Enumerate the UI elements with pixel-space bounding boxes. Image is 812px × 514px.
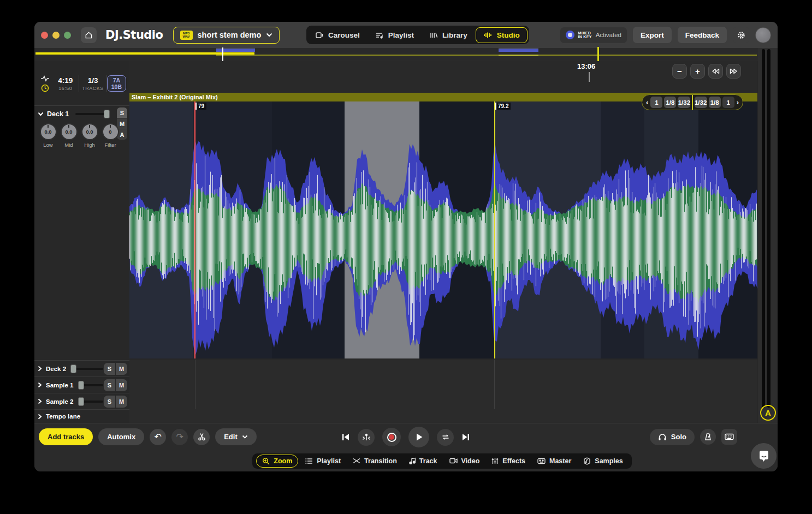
deck2-mute-button[interactable]: M [116, 363, 127, 375]
deck2-volume-handle[interactable] [70, 364, 76, 373]
timeline-overview[interactable] [34, 48, 778, 61]
filter-knob[interactable]: 0 Filter [101, 123, 120, 148]
record-button[interactable] [382, 428, 401, 446]
low-knob[interactable]: 0.0 Low [39, 123, 57, 148]
vertical-scrollbar[interactable] [767, 49, 770, 408]
assistant-badge[interactable]: A [760, 405, 776, 421]
project-dropdown[interactable]: MP3WAV short stem demo [173, 27, 280, 44]
lane-tempo[interactable]: Tempo lane [34, 409, 129, 423]
rewind-button[interactable] [708, 64, 723, 79]
key-badge[interactable]: 7A 10B [107, 75, 126, 92]
tab-zoom[interactable]: Zoom [256, 455, 298, 468]
jump-to-playhead-icon [362, 433, 371, 441]
chevron-right-icon[interactable] [38, 414, 42, 420]
sidebar: 4:19 16:50 1/3 TRACKS 7A 10B Deck 1 [34, 61, 129, 423]
timeline-mix-line-highlight [499, 55, 538, 56]
tab-transition[interactable]: Transition [348, 455, 402, 468]
tab-carousel[interactable]: Carousel [308, 27, 367, 43]
automix-button[interactable]: Automix [98, 428, 144, 445]
gear-icon [737, 31, 746, 40]
zoom-ratio-button[interactable]: 1 [650, 97, 662, 108]
mixed-in-key-badge[interactable]: MIXEDIN KEY Activated [560, 27, 627, 43]
sample1-solo-button[interactable]: S [104, 379, 115, 391]
loop-button[interactable] [437, 429, 454, 446]
feedback-button[interactable]: Feedback [678, 27, 727, 43]
skip-to-end-button[interactable] [461, 433, 470, 441]
tab-studio[interactable]: Studio [476, 27, 527, 43]
deck2-volume-slider[interactable] [70, 368, 103, 370]
export-button[interactable]: Export [633, 27, 672, 43]
deck1-mute-button[interactable]: M [117, 118, 127, 129]
sample2-volume-slider[interactable] [78, 401, 104, 403]
mix-info-panel: 4:19 16:50 1/3 TRACKS 7A 10B [34, 68, 129, 99]
undo-button[interactable]: ↶ [150, 429, 166, 445]
close-window-button[interactable] [41, 32, 48, 39]
header: DJ.Studio MP3WAV short stem demo Carouse… [34, 22, 778, 48]
chevron-right-icon[interactable] [38, 366, 42, 372]
chevron-left-icon[interactable]: ‹ [645, 98, 649, 106]
deck1-solo-button[interactable]: S [117, 107, 127, 118]
home-button[interactable] [81, 27, 97, 43]
tab-playlist-panel[interactable]: Playlist [300, 455, 346, 468]
deck1-volume-handle[interactable] [104, 110, 110, 118]
grid-line [494, 360, 495, 409]
deck2-solo-button[interactable]: S [104, 363, 115, 375]
solo-button[interactable]: Solo [650, 429, 695, 445]
tab-library[interactable]: Library [422, 27, 475, 43]
redo-button[interactable]: ↷ [171, 429, 188, 445]
chevron-right-icon[interactable] [38, 382, 42, 388]
play-button[interactable] [408, 427, 429, 447]
zoom-window-button[interactable] [64, 32, 71, 39]
zoom-out-button[interactable]: − [672, 64, 687, 79]
zoom-nav-buttons: − + [672, 64, 741, 79]
tab-master[interactable]: Master [532, 455, 576, 468]
samples-icon [583, 457, 591, 465]
avatar[interactable] [755, 27, 771, 43]
sample1-mute-button[interactable]: M [116, 379, 127, 391]
metronome-button[interactable] [700, 429, 716, 445]
loop-icon [441, 433, 450, 441]
sample2-mute-button[interactable]: M [116, 396, 127, 408]
waveform-canvas[interactable] [129, 101, 757, 358]
lane-deck2[interactable]: Deck 2 S M [34, 360, 129, 376]
chevron-down-icon[interactable] [38, 112, 44, 116]
lane-sample2[interactable]: Sample 2 S M [34, 393, 129, 409]
fast-forward-button[interactable] [726, 64, 741, 79]
mid-knob[interactable]: 0.0 Mid [60, 123, 78, 148]
timeline-playhead[interactable] [222, 47, 223, 61]
sample2-solo-button[interactable]: S [104, 396, 115, 408]
zoom-ratio-button[interactable]: 1/32 [695, 97, 707, 108]
tab-playlist[interactable]: Playlist [368, 27, 421, 43]
tab-track[interactable]: Track [404, 455, 442, 468]
zoom-ratio-button[interactable]: 1/8 [664, 97, 676, 108]
sample1-volume-slider[interactable] [78, 384, 104, 386]
lane-sample1[interactable]: Sample 1 S M [34, 376, 129, 393]
studio-waveform-icon [483, 31, 493, 39]
vertical-scrollbar[interactable] [762, 49, 765, 408]
zoom-ratio-button[interactable]: 1/32 [678, 97, 690, 108]
chevron-right-icon[interactable] [38, 398, 42, 404]
zoom-in-button[interactable]: + [690, 64, 705, 79]
jump-to-playhead-button[interactable] [358, 429, 375, 446]
sample1-volume-handle[interactable] [78, 381, 84, 390]
minimize-window-button[interactable] [52, 32, 60, 39]
keyboard-shortcuts-button[interactable] [721, 429, 737, 445]
tab-video[interactable]: Video [444, 455, 485, 468]
sample2-volume-handle[interactable] [78, 397, 84, 406]
zoom-ratio-button[interactable]: 1/8 [709, 97, 721, 108]
high-knob[interactable]: 0.0 High [80, 123, 99, 148]
timeline-cursor-tick[interactable] [597, 47, 599, 62]
settings-button[interactable] [733, 27, 749, 43]
tab-samples[interactable]: Samples [578, 455, 627, 468]
empty-lane-area[interactable] [129, 360, 757, 423]
skip-to-start-button[interactable] [341, 433, 350, 441]
chat-support-button[interactable] [751, 443, 777, 469]
deck1-volume-slider[interactable] [75, 113, 110, 115]
zoom-ratio-button[interactable]: 1 [722, 97, 734, 108]
edit-dropdown[interactable]: Edit [215, 428, 257, 445]
tab-effects[interactable]: Effects [487, 455, 530, 468]
chevron-right-icon[interactable]: › [736, 98, 739, 106]
timeline-track-segment[interactable] [499, 49, 538, 52]
add-tracks-button[interactable]: Add tracks [39, 428, 93, 445]
cut-button[interactable] [193, 429, 210, 445]
